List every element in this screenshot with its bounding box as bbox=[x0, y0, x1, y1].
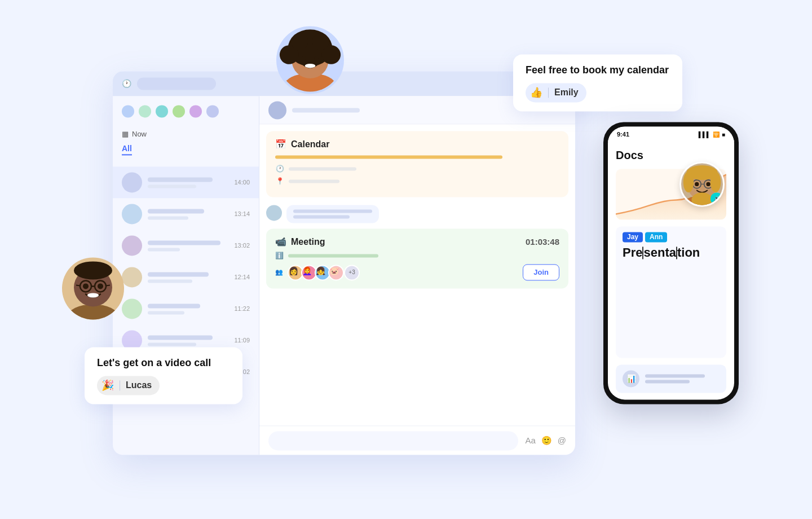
chat-message-bubble bbox=[286, 205, 379, 223]
svg-point-6 bbox=[291, 33, 308, 50]
emoji-icon[interactable]: 🙂 bbox=[541, 436, 552, 446]
list-item[interactable]: 13:02 bbox=[113, 230, 259, 261]
sound-icon: 🔊 bbox=[714, 196, 720, 201]
font-icon[interactable]: Aa bbox=[525, 436, 535, 446]
chat-info bbox=[148, 335, 228, 346]
chat-preview-bar bbox=[148, 216, 188, 219]
lucas-divider bbox=[120, 380, 120, 390]
chat-panel: 📅 Calendar 🕐 📍 bbox=[259, 96, 575, 455]
battery-icon: ■ bbox=[722, 131, 725, 138]
mention-icon[interactable]: @ bbox=[558, 436, 566, 446]
chat-time: 14:00 bbox=[234, 179, 250, 186]
location-row-icon: 📍 bbox=[275, 177, 284, 186]
sidebar-tabs: All bbox=[122, 144, 250, 155]
calendar-card: 📅 Calendar 🕐 📍 bbox=[266, 131, 568, 197]
chat-time: 11:22 bbox=[234, 305, 250, 312]
lucas-popup: Let's get on a video call 🎉 Lucas bbox=[85, 347, 242, 404]
svg-point-19 bbox=[83, 283, 89, 289]
lucas-name: Lucas bbox=[126, 380, 152, 390]
woman-avatar: 🔊 bbox=[679, 161, 725, 206]
msg-bar bbox=[293, 209, 372, 213]
meeting-card-title: 📹 Meeting bbox=[275, 236, 325, 247]
list-item[interactable]: 14:00 bbox=[113, 166, 259, 198]
chat-preview-bar bbox=[148, 311, 184, 314]
chat-time: 11:09 bbox=[234, 337, 250, 344]
emily-divider bbox=[548, 87, 549, 98]
svg-point-21 bbox=[87, 293, 99, 297]
phone-docs-title: Docs bbox=[616, 149, 726, 162]
emily-popup-title: Feel free to book my calendar bbox=[526, 64, 670, 76]
chat-msg-row bbox=[266, 205, 568, 223]
sound-indicator: 🔊 bbox=[710, 192, 723, 205]
titlebar: 🕐 bbox=[113, 71, 575, 96]
main-wrapper: 🕐 ▦ Now bbox=[96, 37, 716, 500]
info-icon: ℹ️ bbox=[275, 252, 284, 260]
chat-input-bar: Aa 🙂 @ bbox=[259, 425, 575, 455]
phone-statusbar: 9:41 ▌▌▌ 🛜 ■ bbox=[608, 126, 734, 142]
phone-bottom-card: 📊 bbox=[616, 364, 726, 393]
pres-tag-jay: Jay bbox=[623, 232, 643, 242]
list-item[interactable]: 11:22 bbox=[113, 293, 259, 324]
lucas-sender: 🎉 Lucas bbox=[97, 376, 160, 395]
chat-time: 13:14 bbox=[234, 210, 250, 217]
sidebar-dot bbox=[189, 105, 202, 117]
phone-status-icons: ▌▌▌ 🛜 ■ bbox=[699, 131, 725, 138]
calendar-bar bbox=[275, 155, 502, 159]
signal-icon: ▌▌▌ bbox=[699, 131, 710, 138]
meeting-info-row: ℹ️ bbox=[275, 252, 559, 260]
participants-icon: 👥 bbox=[275, 269, 283, 276]
chat-messages: 📅 Calendar 🕐 📍 bbox=[259, 124, 575, 425]
meeting-title-text: Meeting bbox=[291, 237, 325, 247]
lucas-emoji: 🎉 bbox=[102, 379, 114, 392]
chat-info bbox=[148, 272, 228, 283]
svg-point-29 bbox=[695, 182, 699, 186]
phone-time: 9:41 bbox=[617, 131, 629, 138]
chat-preview-bar bbox=[148, 248, 180, 251]
svg-point-22 bbox=[74, 261, 112, 279]
sidebar-dot bbox=[139, 105, 151, 117]
join-button[interactable]: Join bbox=[523, 264, 559, 280]
calendar-location-row: 📍 bbox=[275, 177, 559, 186]
list-item[interactable]: 13:14 bbox=[113, 198, 259, 230]
presentation-area: Jay Ann Presentation bbox=[616, 226, 726, 358]
titlebar-search bbox=[137, 77, 216, 90]
pres-text-pre: Pre bbox=[623, 245, 642, 260]
chat-input-field[interactable] bbox=[268, 431, 518, 450]
svg-point-7 bbox=[312, 33, 329, 50]
meeting-timer: 01:03:48 bbox=[526, 237, 559, 247]
meeting-row-bar bbox=[288, 254, 378, 257]
svg-point-30 bbox=[706, 182, 710, 186]
sidebar-dot bbox=[156, 105, 168, 117]
avatar bbox=[122, 267, 142, 287]
clock-icon: 🕐 bbox=[122, 79, 131, 88]
chat-info bbox=[148, 240, 228, 251]
phone-bottom-lines bbox=[645, 374, 720, 383]
sidebar-now: ▦ Now bbox=[122, 130, 250, 138]
pres-collab: Jay Ann bbox=[623, 232, 720, 242]
chat-preview-bar bbox=[148, 342, 196, 346]
calendar-card-title: 📅 Calendar bbox=[275, 139, 559, 149]
list-item[interactable]: 12:14 bbox=[113, 261, 259, 293]
avatar bbox=[122, 204, 142, 224]
mobile-phone: 9:41 ▌▌▌ 🛜 ■ Docs bbox=[603, 122, 739, 404]
location-bar bbox=[289, 179, 339, 183]
avatar bbox=[122, 298, 142, 319]
emily-name: Emily bbox=[554, 87, 579, 98]
clock-row-icon: 🕐 bbox=[275, 164, 284, 173]
avatar bbox=[122, 235, 142, 256]
chat-header-avatar bbox=[268, 101, 286, 119]
svg-point-9 bbox=[314, 56, 318, 60]
phone-bottom-icon: 📊 bbox=[623, 370, 639, 387]
chat-header-bar bbox=[292, 108, 360, 112]
tab-all[interactable]: All bbox=[122, 144, 132, 155]
svg-line-17 bbox=[76, 285, 80, 285]
msg-bar bbox=[293, 215, 350, 218]
bottom-bar bbox=[645, 380, 690, 383]
chat-name-bar bbox=[148, 272, 209, 276]
chat-name-bar bbox=[148, 209, 204, 213]
emily-emoji: 👍 bbox=[530, 86, 542, 99]
emily-popup: Feel free to book my calendar 👍 Emily bbox=[513, 54, 682, 111]
chat-preview-bar bbox=[148, 279, 192, 283]
time-bar bbox=[289, 167, 356, 170]
calendar-title-text: Calendar bbox=[291, 139, 329, 149]
